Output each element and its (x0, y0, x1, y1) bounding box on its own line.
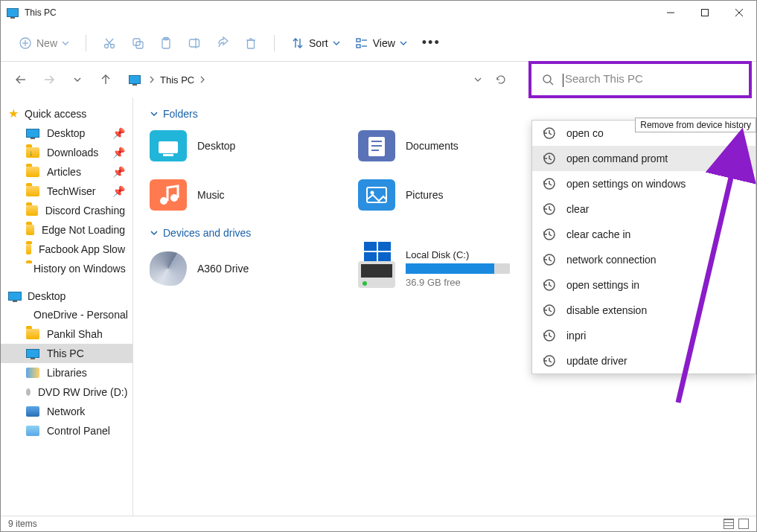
chevron-down-icon (150, 228, 159, 237)
remove-history-tooltip: Remove from device history (635, 118, 756, 132)
sidebar-item[interactable]: OneDrive - Personal (1, 305, 132, 324)
star-icon: ★ (8, 106, 19, 121)
chevron-down-icon (62, 39, 69, 47)
folder-tile[interactable]: Documents (358, 130, 529, 161)
search-suggestion[interactable]: inpri (532, 323, 756, 348)
search-suggestion[interactable]: disable extension (532, 298, 756, 323)
close-button[interactable] (722, 1, 756, 25)
chevron-down-icon (150, 109, 159, 118)
sidebar-item[interactable]: Discord Crashing (1, 201, 132, 220)
sidebar-item[interactable]: Network (1, 402, 132, 421)
back-button[interactable] (11, 70, 31, 89)
storage-bar (406, 263, 510, 274)
search-suggestion[interactable]: update driver (532, 348, 756, 374)
sidebar-item[interactable]: Facbook App Slow (1, 240, 132, 259)
delete-button[interactable] (240, 32, 262, 54)
rename-button[interactable] (183, 32, 205, 54)
pin-icon: 📌 (112, 147, 125, 158)
sort-button[interactable]: Sort (287, 32, 345, 54)
sort-icon (291, 36, 304, 50)
history-icon (543, 177, 556, 190)
a360-icon (150, 251, 187, 286)
sidebar-item[interactable]: This PC (1, 344, 132, 363)
a360-drive[interactable]: A360 Drive (150, 249, 321, 288)
view-icon (355, 36, 368, 50)
folder-icon (358, 130, 395, 161)
svg-rect-23 (357, 45, 360, 48)
folder-tile[interactable]: Desktop (150, 130, 321, 161)
sidebar-item[interactable]: Pankil Shah (1, 324, 132, 344)
history-icon (543, 278, 556, 292)
sidebar-item[interactable]: Articles📌 (1, 162, 132, 182)
breadcrumb-item[interactable]: This PC (160, 74, 194, 86)
svg-rect-22 (357, 39, 360, 42)
pin-icon: 📌 (112, 127, 125, 139)
up-button[interactable] (96, 70, 115, 89)
history-icon (543, 304, 556, 317)
new-button[interactable]: New (14, 32, 74, 54)
thumbnails-view-button[interactable] (738, 519, 749, 529)
forward-button[interactable] (39, 70, 59, 89)
svg-rect-41 (367, 188, 386, 202)
folder-tile[interactable]: Pictures (358, 179, 529, 211)
refresh-icon[interactable] (494, 73, 508, 86)
sidebar-desktop[interactable]: Desktop (1, 287, 132, 305)
a360-label: A360 Drive (197, 263, 249, 275)
recent-button[interactable] (68, 70, 87, 89)
address-bar[interactable]: This PC (124, 67, 520, 92)
sidebar-item[interactable]: Libraries (1, 363, 132, 382)
close-icon[interactable] (736, 154, 745, 163)
sidebar-item[interactable]: DVD RW Drive (D:) (1, 382, 132, 402)
new-label: New (36, 37, 57, 49)
toolbar: New Sort View ••• (1, 25, 756, 62)
history-icon (543, 126, 556, 140)
history-icon (543, 329, 556, 342)
svg-point-29 (543, 75, 551, 83)
cut-button[interactable] (98, 32, 121, 54)
search-suggestion[interactable]: open settings in (532, 272, 756, 298)
search-suggestion[interactable]: open command promt (532, 146, 756, 171)
nav-row: This PC Search This PC (1, 62, 756, 97)
pin-icon: 📌 (112, 166, 125, 178)
svg-point-42 (371, 191, 374, 195)
search-suggestion[interactable]: open settings on windows (532, 171, 756, 196)
folders-label: Folders (163, 108, 198, 120)
sidebar-item[interactable]: ↓Downloads📌 (1, 143, 132, 162)
more-button[interactable]: ••• (418, 31, 445, 55)
search-suggestion[interactable]: clear cache in (532, 222, 756, 247)
chevron-down-icon[interactable] (473, 75, 482, 84)
paste-button[interactable] (155, 32, 177, 54)
sidebar-quick-access[interactable]: ★ Quick access (1, 103, 132, 124)
desktop-label: Desktop (28, 290, 66, 302)
search-box[interactable]: Search This PC (528, 61, 752, 98)
chevron-right-icon (199, 76, 206, 83)
svg-line-30 (550, 82, 553, 85)
windows-logo-icon (364, 242, 391, 261)
sidebar-item[interactable]: TechWiser📌 (1, 182, 132, 201)
share-icon (216, 36, 229, 50)
search-suggestion[interactable]: clear (532, 196, 756, 222)
svg-rect-32 (163, 154, 173, 156)
chevron-down-icon (400, 39, 407, 47)
details-view-button[interactable] (724, 519, 734, 529)
sidebar-item[interactable]: History on Windows (1, 259, 132, 278)
sidebar-item[interactable]: Control Panel (1, 421, 132, 440)
folder-tile[interactable]: Music (150, 179, 321, 211)
svg-rect-15 (190, 39, 199, 47)
search-icon (542, 74, 554, 86)
local-disk-label: Local Disk (C:) (406, 249, 510, 260)
maximize-button[interactable] (688, 1, 722, 25)
search-suggestion[interactable]: network connection (532, 247, 756, 272)
local-disk-c[interactable]: Local Disk (C:) 36.9 GB free (358, 249, 529, 288)
history-icon (543, 253, 556, 266)
sidebar-item[interactable]: Edge Not Loading (1, 220, 132, 240)
view-label: View (373, 37, 395, 49)
copy-button[interactable] (127, 32, 149, 54)
folder-icon (150, 179, 187, 211)
rename-icon (188, 36, 201, 50)
share-button[interactable] (211, 32, 234, 54)
sidebar-item[interactable]: Desktop📌 (1, 124, 132, 143)
minimize-button[interactable] (654, 1, 688, 25)
view-button[interactable]: View (351, 32, 412, 54)
history-icon (543, 228, 556, 241)
